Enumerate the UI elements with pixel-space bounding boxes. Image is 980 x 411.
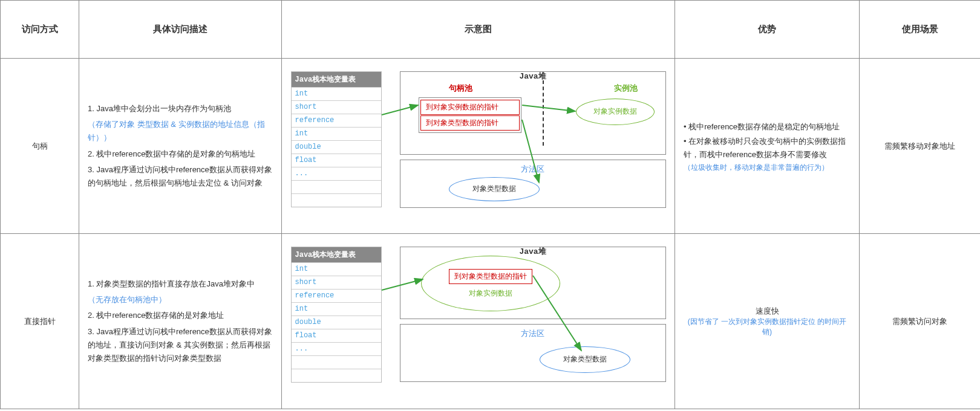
adv-note: （垃圾收集时，移动对象是非常普遍的行为） bbox=[684, 163, 851, 173]
table-row: 直接指针 1. 对象类型数据的指针直接存放在Java堆对象中 （无存放在句柄池中… bbox=[1, 234, 981, 409]
advantages-direct: 速度快 (因节省了 一次到对象实例数据指针定位 的时间开销) bbox=[675, 234, 860, 409]
scene-handle: 需频繁移动对象地址 bbox=[860, 59, 981, 234]
stack-cell: short bbox=[292, 276, 381, 289]
stack-cell: double bbox=[292, 316, 381, 329]
diagram-cell-direct: Java栈本地变量表 int short reference int doubl… bbox=[282, 234, 675, 409]
stack-cell: int bbox=[292, 262, 381, 276]
advantages-handle: 栈中reference数据存储的是稳定的句柄地址 在对象被移动时只会改变句柄中的… bbox=[675, 59, 860, 234]
instance-data-label: 对象实例数据 bbox=[469, 288, 512, 299]
instance-data-ellipse: 对象实例数据 bbox=[576, 99, 655, 125]
desc-line-blue: （存储了对象 类型数据 & 实例数据的地址信息（指针）） bbox=[88, 118, 273, 144]
vertical-divider bbox=[543, 80, 544, 146]
adv-bullet: 栈中reference数据存储的是稳定的句柄地址 bbox=[684, 120, 851, 134]
stack-cell bbox=[292, 369, 381, 382]
access-mode-direct: 直接指针 bbox=[1, 234, 79, 409]
header-adv: 优势 bbox=[675, 1, 860, 59]
stack-cell bbox=[292, 355, 381, 369]
java-stack-box: Java栈本地变量表 int short reference int doubl… bbox=[291, 247, 382, 383]
stack-cell bbox=[292, 180, 381, 193]
desc-direct: 1. 对象类型数据的指针直接存放在Java堆对象中 （无存放在句柄池中） 2. … bbox=[79, 234, 282, 409]
java-heap-box: Java堆 句柄池 实例池 到对象实例数据的指针 到对象类型数据的指针 对象实例… bbox=[400, 71, 666, 155]
adv-note: (因节省了 一次到对象实例数据指针定位 的时间开销) bbox=[684, 317, 851, 337]
stack-cell: float bbox=[292, 329, 381, 342]
ptr-to-type: 到对象类型数据的指针 bbox=[420, 115, 520, 131]
type-data-ellipse: 对象类型数据 bbox=[449, 177, 540, 201]
ptr-to-instance: 到对象实例数据的指针 bbox=[420, 100, 520, 115]
stack-cell: ... bbox=[292, 342, 381, 355]
access-mode-handle: 句柄 bbox=[1, 59, 79, 234]
stack-title: Java栈本地变量表 bbox=[292, 72, 381, 87]
instance-data-label: 对象实例数据 bbox=[593, 106, 637, 117]
stack-title: Java栈本地变量表 bbox=[292, 247, 381, 262]
label-instance-pool: 实例池 bbox=[614, 83, 638, 94]
stack-cell bbox=[292, 193, 381, 207]
desc-line: 2. 栈中reference数据存储的是对象地址 bbox=[88, 309, 273, 322]
stack-cell: short bbox=[292, 100, 381, 114]
type-data-label: 对象类型数据 bbox=[563, 354, 607, 364]
type-data-ellipse: 对象类型数据 bbox=[540, 346, 630, 373]
ptr-to-type: 到对象类型数据的指针 bbox=[449, 269, 532, 284]
desc-handle: 1. Java堆中会划分出一块内存作为句柄池 （存储了对象 类型数据 & 实例数… bbox=[79, 59, 282, 234]
stack-cell: int bbox=[292, 127, 381, 140]
method-area-title: 方法区 bbox=[521, 164, 544, 175]
stack-cell: double bbox=[292, 140, 381, 154]
label-handle-pool: 句柄池 bbox=[449, 83, 472, 94]
desc-line: 3. Java程序通过访问栈中reference数据从而获得对象的地址，直接访问… bbox=[88, 325, 273, 365]
stack-cell: ... bbox=[292, 167, 381, 180]
header-access: 访问方式 bbox=[1, 1, 79, 59]
table-row: 句柄 1. Java堆中会划分出一块内存作为句柄池 （存储了对象 类型数据 & … bbox=[1, 59, 981, 234]
desc-line-blue: （无存放在句柄池中） bbox=[88, 293, 273, 306]
desc-line: 1. 对象类型数据的指针直接存放在Java堆对象中 bbox=[88, 277, 273, 291]
desc-line: 1. Java堆中会划分出一块内存作为句柄池 bbox=[88, 102, 273, 115]
stack-cell: int bbox=[292, 302, 381, 316]
header-scene: 使用场景 bbox=[860, 1, 981, 59]
desc-line: 2. 栈中reference数据中存储的是对象的句柄地址 bbox=[88, 147, 273, 161]
desc-line: 3. Java程序通过访问栈中reference数据从而获得对象的句柄地址，然后… bbox=[88, 163, 273, 190]
header-desc: 具体访问描述 bbox=[79, 1, 282, 59]
method-area-box: 方法区 对象类型数据 bbox=[400, 160, 666, 208]
diagram-direct: Java栈本地变量表 int short reference int doubl… bbox=[291, 243, 666, 400]
diagram-cell-handle: Java栈本地变量表 int short reference int doubl… bbox=[282, 59, 675, 234]
header-row: 访问方式 具体访问描述 示意图 优势 使用场景 bbox=[1, 1, 981, 59]
stack-cell: float bbox=[292, 154, 381, 167]
handle-pointer-box: 到对象实例数据的指针 到对象类型数据的指针 bbox=[419, 97, 521, 133]
method-area-box: 方法区 对象类型数据 bbox=[400, 324, 666, 382]
adv-main: 速度快 bbox=[684, 306, 851, 317]
diagram-handle: Java栈本地变量表 int short reference int doubl… bbox=[291, 68, 666, 225]
scene-direct: 需频繁访问对象 bbox=[860, 234, 981, 409]
adv-bullet: 在对象被移动时只会改变句柄中的实例数据指针，而栈中reference数据本身不需… bbox=[684, 135, 851, 161]
stack-cell: int bbox=[292, 87, 381, 100]
java-stack-box: Java栈本地变量表 int short reference int doubl… bbox=[291, 71, 382, 207]
type-data-label: 对象类型数据 bbox=[472, 184, 516, 194]
heap-title: Java堆 bbox=[519, 246, 546, 257]
java-heap-box: Java堆 到对象类型数据的指针 对象实例数据 bbox=[400, 247, 666, 319]
stack-cell-reference: reference bbox=[292, 114, 381, 127]
stack-cell-reference: reference bbox=[292, 289, 381, 302]
comparison-table: 访问方式 具体访问描述 示意图 优势 使用场景 句柄 1. Java堆中会划分出… bbox=[0, 0, 980, 409]
method-area-title: 方法区 bbox=[521, 328, 544, 339]
header-diagram: 示意图 bbox=[282, 1, 675, 59]
instance-data-ellipse: 到对象类型数据的指针 对象实例数据 bbox=[421, 256, 560, 311]
